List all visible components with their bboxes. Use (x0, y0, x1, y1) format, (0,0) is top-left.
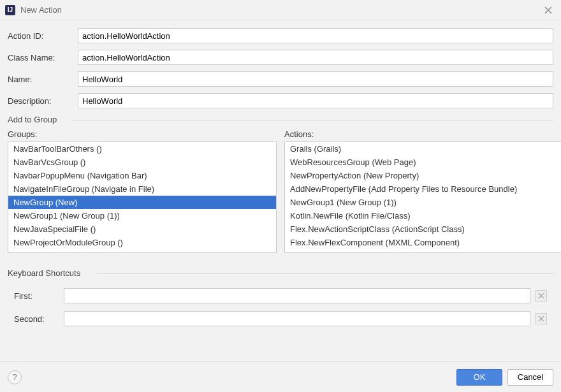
list-item[interactable]: NavbarPopupMenu (Navigation Bar) (8, 169, 276, 182)
list-item[interactable]: WebResourcesGroup (Web Page) (285, 156, 561, 169)
app-icon: IJ (5, 5, 15, 15)
list-item[interactable]: NewGroup1 (New Group (1)) (285, 196, 561, 209)
second-shortcut-label: Second: (14, 314, 59, 324)
groups-listbox[interactable]: NavBarToolBarOthers ()NavBarVcsGroup ()N… (8, 142, 277, 253)
list-item[interactable]: Flex.NewActionScriptClass (ActionScript … (285, 222, 561, 236)
actions-label: Actions: (284, 129, 561, 139)
cancel-button[interactable]: Cancel (507, 369, 553, 386)
list-item[interactable]: NavBarToolBarOthers () (8, 142, 276, 156)
list-item[interactable]: Grails (Grails) (285, 142, 561, 156)
ok-button[interactable]: OK (456, 369, 502, 386)
title-bar: IJ New Action (0, 0, 561, 20)
class-name-input[interactable] (78, 50, 553, 65)
list-item[interactable]: NavigateInFileGroup (Navigate in File) (8, 182, 276, 196)
list-item[interactable]: NewPropertyAction (New Property) (285, 169, 561, 182)
list-item[interactable]: NewGroup (New) (8, 196, 276, 209)
name-input[interactable] (78, 71, 553, 87)
list-item[interactable]: AddNewPropertyFile (Add Property Files t… (285, 182, 561, 196)
class-name-label: Class Name: (8, 53, 78, 62)
clear-first-shortcut-icon[interactable] (536, 290, 547, 301)
second-shortcut-input[interactable] (64, 311, 530, 326)
first-shortcut-label: First: (14, 291, 59, 301)
list-item[interactable]: NewProjectOrModuleGroup () (8, 236, 276, 249)
help-icon[interactable]: ? (8, 370, 22, 384)
dialog-footer: ? OK Cancel (0, 361, 561, 392)
list-item[interactable]: NewGroup1 (New Group (1)) (8, 209, 276, 222)
name-label: Name: (8, 75, 78, 84)
description-input[interactable] (78, 93, 553, 108)
list-item[interactable]: Groovy.NewClass (Groovy Class) (285, 249, 561, 253)
action-id-label: Action ID: (8, 31, 78, 41)
groups-label: Groups: (8, 129, 277, 139)
keyboard-shortcuts-title: Keyboard Shortcuts (8, 268, 553, 278)
add-to-group-title: Add to Group (8, 115, 553, 124)
list-item[interactable]: NewXml (XML) (8, 249, 276, 253)
first-shortcut-input[interactable] (64, 288, 530, 303)
clear-second-shortcut-icon[interactable] (536, 313, 547, 324)
actions-listbox[interactable]: Grails (Grails)WebResourcesGroup (Web Pa… (284, 142, 561, 253)
list-item[interactable]: Flex.NewFlexComponent (MXML Component) (285, 236, 561, 249)
list-item[interactable]: NewJavaSpecialFile () (8, 222, 276, 236)
list-item[interactable]: NavBarVcsGroup () (8, 156, 276, 169)
description-label: Description: (8, 96, 78, 106)
window-title: New Action (20, 5, 541, 15)
list-item[interactable]: Kotlin.NewFile (Kotlin File/Class) (285, 209, 561, 222)
close-icon[interactable] (541, 3, 556, 18)
action-id-input[interactable] (78, 28, 553, 43)
